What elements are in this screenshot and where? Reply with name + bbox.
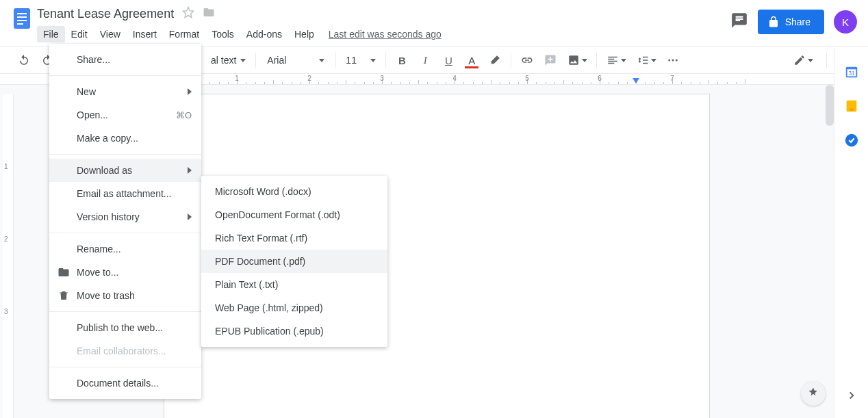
menu-add-ons[interactable]: Add-ons [240, 26, 288, 42]
file-menu: Share...NewOpen...⌘OMake a copy...Downlo… [49, 44, 201, 399]
svg-rect-2 [17, 16, 27, 18]
italic-button[interactable]: I [415, 51, 435, 70]
download-option[interactable]: PDF Document (.pdf) [201, 250, 387, 273]
file-menu-item[interactable]: Open...⌘O [49, 103, 201, 127]
chevron-down-icon [370, 59, 376, 62]
comments-icon[interactable] [730, 12, 748, 32]
font-size-label: 11 [346, 55, 357, 66]
file-menu-item[interactable]: Email as attachment... [49, 182, 201, 205]
docs-logo-icon[interactable] [10, 5, 34, 30]
right-indent-marker[interactable] [633, 78, 639, 83]
menu-bar: FileEditViewInsertFormatToolsAdd-onsHelp… [37, 25, 442, 44]
bold-button[interactable]: B [392, 51, 412, 70]
chevron-down-icon [808, 59, 813, 62]
editing-mode-button[interactable] [789, 51, 817, 70]
menu-view[interactable]: View [94, 26, 127, 42]
svg-rect-3 [17, 20, 27, 21]
hide-side-panel-button[interactable] [845, 389, 858, 404]
download-option[interactable]: Microsoft Word (.docx) [201, 180, 387, 203]
tasks-addon-icon[interactable] [844, 133, 859, 148]
chevron-down-icon [621, 59, 626, 62]
document-title[interactable]: Tenant Lease Agreement [37, 7, 174, 21]
font-size-dropdown[interactable]: 11 [342, 51, 380, 70]
account-avatar[interactable]: K [834, 10, 857, 34]
keep-addon-icon[interactable] [844, 99, 859, 114]
vertical-ruler[interactable]: 123 [3, 94, 14, 418]
trash-icon [58, 289, 70, 302]
file-menu-item[interactable]: Move to trash [49, 284, 201, 307]
ruler-label: 7 [670, 75, 674, 82]
chevron-down-icon [582, 59, 587, 62]
menu-format[interactable]: Format [163, 26, 205, 42]
menu-edit[interactable]: Edit [65, 26, 94, 42]
insert-comment-button[interactable] [540, 51, 561, 70]
folder-icon [58, 266, 70, 278]
file-menu-item[interactable]: Move to... [49, 261, 201, 284]
chevron-down-icon [240, 59, 246, 62]
file-menu-item[interactable]: Document details... [49, 371, 201, 395]
download-option[interactable]: EPUB Publication (.epub) [201, 319, 387, 343]
menu-item-label: Document details... [77, 378, 159, 389]
chevron-down-icon [319, 59, 324, 62]
ruler-label: 4 [452, 75, 457, 82]
menu-file[interactable]: File [37, 26, 65, 42]
more-button[interactable] [663, 51, 683, 70]
ruler-label: 1 [235, 75, 239, 82]
text-color-button[interactable]: A [461, 51, 482, 70]
move-folder-icon[interactable] [203, 6, 215, 21]
paragraph-style-label: al text [211, 55, 236, 66]
file-menu-item[interactable]: Rename... [49, 237, 201, 261]
star-icon[interactable] [182, 6, 194, 21]
ruler-label: 6 [598, 75, 602, 82]
menu-insert[interactable]: Insert [127, 26, 163, 42]
menu-help[interactable]: Help [288, 26, 320, 42]
underline-button[interactable]: U [438, 51, 459, 70]
ruler-label: 2 [307, 75, 311, 82]
svg-marker-5 [183, 8, 194, 18]
download-option[interactable]: Plain Text (.txt) [201, 273, 387, 296]
menu-item-label: Download as [77, 165, 132, 176]
last-edit-link[interactable]: Last edit was seconds ago [329, 29, 442, 40]
download-as-submenu: Microsoft Word (.docx)OpenDocument Forma… [201, 176, 387, 347]
align-button[interactable] [602, 51, 630, 70]
ruler-label: 3 [380, 75, 384, 82]
menu-item-label: Move to... [77, 267, 118, 278]
menu-tools[interactable]: Tools [205, 26, 240, 42]
line-spacing-button[interactable] [633, 51, 660, 70]
menu-item-label: New [77, 86, 96, 97]
insert-image-button[interactable] [563, 51, 591, 70]
menu-item-label: Share... [77, 54, 110, 65]
menu-item-label: Rename... [77, 244, 121, 254]
calendar-addon-icon[interactable]: 31 [844, 64, 859, 79]
chevron-down-icon [651, 59, 656, 62]
font-label: Arial [267, 55, 286, 66]
share-label: Share [785, 16, 810, 27]
download-option[interactable]: OpenDocument Format (.odt) [201, 203, 387, 226]
vertical-scrollbar[interactable] [826, 85, 834, 418]
file-menu-item[interactable]: Download as [49, 159, 201, 182]
font-dropdown[interactable]: Arial [261, 51, 330, 70]
explore-button[interactable] [801, 381, 826, 406]
svg-text:31: 31 [848, 70, 855, 77]
paragraph-style-dropdown[interactable]: al text [207, 51, 250, 70]
file-menu-item[interactable]: Make a copy... [49, 127, 201, 150]
file-menu-item[interactable]: Publish to the web... [49, 316, 201, 339]
submenu-arrow-icon [188, 88, 192, 95]
svg-point-6 [669, 60, 671, 62]
highlight-button[interactable] [485, 51, 505, 70]
download-option[interactable]: Web Page (.html, zipped) [201, 296, 387, 319]
menu-item-label: Version history [77, 211, 140, 222]
menu-item-label: Open... [77, 109, 108, 120]
file-menu-item[interactable]: New [49, 80, 201, 103]
share-button[interactable]: Share [758, 10, 824, 34]
header-bar: Tenant Lease Agreement FileEditViewInser… [0, 0, 868, 47]
scrollbar-thumb[interactable] [826, 85, 834, 126]
download-option[interactable]: Rich Text Format (.rtf) [201, 226, 387, 250]
undo-button[interactable] [14, 51, 34, 70]
menu-item-label: Move to trash [77, 290, 135, 301]
file-menu-item[interactable]: Version history [49, 205, 201, 228]
submenu-arrow-icon [188, 213, 192, 220]
ruler-label: 5 [525, 75, 529, 82]
file-menu-item[interactable]: Share... [49, 48, 201, 71]
insert-link-button[interactable] [517, 51, 537, 70]
